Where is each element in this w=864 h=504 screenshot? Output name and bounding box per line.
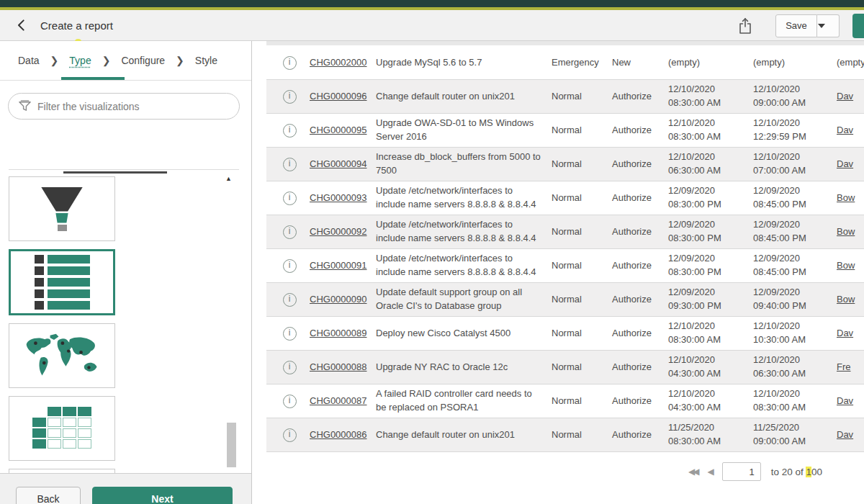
filter-visualizations-input[interactable] (8, 93, 240, 120)
pagination-bar: ◀◀ ◀ to 20 of 100 (252, 452, 864, 481)
info-icon[interactable]: i (283, 293, 297, 307)
state-cell: Authorize (612, 87, 668, 107)
save-dropdown-button[interactable] (817, 14, 840, 37)
step-type[interactable]: Type (69, 55, 91, 66)
planned-end-date-cell: 12/10/2020 12:29:59 PM (753, 114, 837, 147)
priority-cell: Normal (552, 87, 612, 107)
assigned-to-link[interactable]: Bow (837, 294, 855, 305)
viz-thumbnail-list[interactable] (9, 249, 115, 315)
assigned-to-cell: Dav (837, 324, 864, 343)
assigned-to-link[interactable]: Bow (837, 260, 855, 271)
change-number-link[interactable]: CHG0000090 (310, 294, 367, 305)
assigned-to-link[interactable]: Dav (837, 125, 853, 135)
run-report-button-cutoff[interactable] (852, 14, 864, 38)
change-number-link[interactable]: CHG0000096 (310, 91, 367, 102)
change-number-link[interactable]: CHG0000088 (310, 361, 367, 372)
previous-page-button[interactable]: ◀ (707, 467, 711, 477)
change-number-cell: CHG0000089 (310, 324, 376, 343)
assigned-to-link[interactable]: Bow (837, 226, 855, 237)
scrolled-thumbnail-fragment (63, 171, 167, 174)
change-number-cell: CHG0002000 (310, 53, 376, 73)
back-button[interactable]: Back (16, 487, 81, 504)
change-number-link[interactable]: CHG0002000 (310, 57, 367, 68)
next-button[interactable]: Next (92, 487, 233, 504)
table-grid-icon (32, 407, 91, 450)
change-number-link[interactable]: CHG0000092 (310, 226, 367, 237)
info-icon[interactable]: i (283, 124, 297, 138)
back-navigation-button[interactable] (10, 13, 35, 37)
change-number-cell: CHG0000090 (310, 290, 376, 310)
priority-cell: Normal (552, 426, 612, 445)
assigned-to-link[interactable]: Dav (837, 91, 853, 102)
priority-cell: Normal (552, 324, 612, 343)
planned-start-date-cell: 11/25/2020 08:30:00 AM (668, 418, 753, 451)
save-button[interactable]: Save (775, 14, 817, 37)
info-icon[interactable]: i (283, 327, 297, 341)
planned-start-date-cell: 12/09/2020 08:30:00 PM (668, 181, 753, 215)
first-page-button[interactable]: ◀◀ (688, 467, 697, 477)
change-number-link[interactable]: CHG0000089 (310, 328, 367, 338)
change-number-link[interactable]: CHG0000086 (310, 429, 367, 440)
assigned-to-cell: Dav (837, 426, 864, 445)
change-number-link[interactable]: CHG0000095 (310, 125, 367, 135)
step-configure[interactable]: Configure (121, 55, 165, 66)
viz-thumbnail-map[interactable] (9, 323, 115, 388)
assigned-to-link[interactable]: Fre (837, 361, 851, 372)
viz-thumbnail-funnel[interactable] (9, 176, 115, 241)
step-style[interactable]: Style (195, 55, 217, 66)
change-number-link[interactable]: CHG0000093 (310, 192, 367, 203)
table-row: iCHG0000093Update /etc/network/interface… (266, 181, 864, 215)
change-number-cell: CHG0000092 (310, 222, 376, 242)
state-cell: Authorize (612, 155, 668, 174)
planned-end-date-cell: 12/10/2020 06:30:00 AM (753, 351, 837, 384)
assigned-to-link[interactable]: Bow (837, 192, 855, 203)
info-icon[interactable]: i (283, 428, 297, 442)
short-description-cell: Update /etc/network/interfaces to includ… (376, 249, 552, 282)
viz-thumbnail-heatmap[interactable] (9, 396, 115, 461)
info-cell: i (274, 290, 310, 310)
header-actions: Save (738, 10, 864, 41)
assigned-to-link[interactable]: Dav (837, 158, 853, 169)
planned-end-date-cell: 12/10/2020 09:00:00 AM (753, 80, 837, 113)
change-number-cell: CHG0000094 (310, 155, 376, 174)
priority-cell: Normal (552, 155, 612, 174)
state-cell: Authorize (612, 189, 668, 208)
short-description-cell: Upgrade MySql 5.6 to 5.7 (376, 53, 552, 73)
info-cell: i (274, 53, 310, 73)
assigned-to-link[interactable]: Dav (837, 429, 853, 440)
info-icon[interactable]: i (283, 192, 297, 205)
scroll-up-arrow[interactable]: ▲ (225, 175, 232, 182)
change-number-link[interactable]: CHG0000091 (310, 260, 367, 271)
info-icon[interactable]: i (283, 225, 297, 239)
scrollbar-thumb[interactable] (227, 423, 236, 467)
filter-field-wrap (8, 93, 240, 120)
info-icon[interactable]: i (283, 361, 297, 374)
page-number-input[interactable] (722, 462, 761, 481)
planned-start-date-cell: 12/10/2020 04:30:00 AM (668, 384, 753, 418)
assigned-to-cell: Dav (837, 87, 864, 107)
info-icon[interactable]: i (283, 158, 297, 171)
info-icon[interactable]: i (283, 56, 297, 70)
info-icon[interactable]: i (283, 90, 297, 104)
info-icon[interactable]: i (283, 259, 297, 273)
table-row: iCHG0000094Increase db_block_buffers fro… (266, 148, 864, 181)
assigned-to-link[interactable]: Dav (837, 395, 853, 406)
change-number-link[interactable]: CHG0000094 (310, 158, 367, 169)
assigned-to-link[interactable]: Dav (837, 328, 853, 338)
info-cell: i (274, 324, 310, 343)
step-data[interactable]: Data (18, 55, 40, 66)
filter-funnel-icon (18, 99, 32, 113)
priority-cell: Normal (552, 256, 612, 276)
info-cell: i (274, 155, 310, 174)
planned-start-date-cell: 12/09/2020 08:30:00 PM (668, 215, 753, 248)
info-icon[interactable]: i (283, 395, 297, 408)
visualization-type-list: ▲ ▼ (0, 169, 251, 504)
short-description-cell: Change default router on unix201 (376, 87, 552, 107)
info-cell: i (274, 189, 310, 208)
priority-cell: Normal (552, 392, 612, 411)
state-cell: Authorize (612, 324, 668, 343)
browser-top-strip (0, 0, 864, 7)
change-number-link[interactable]: CHG0000087 (310, 395, 367, 406)
share-button[interactable] (738, 17, 752, 35)
state-cell: Authorize (612, 392, 668, 411)
